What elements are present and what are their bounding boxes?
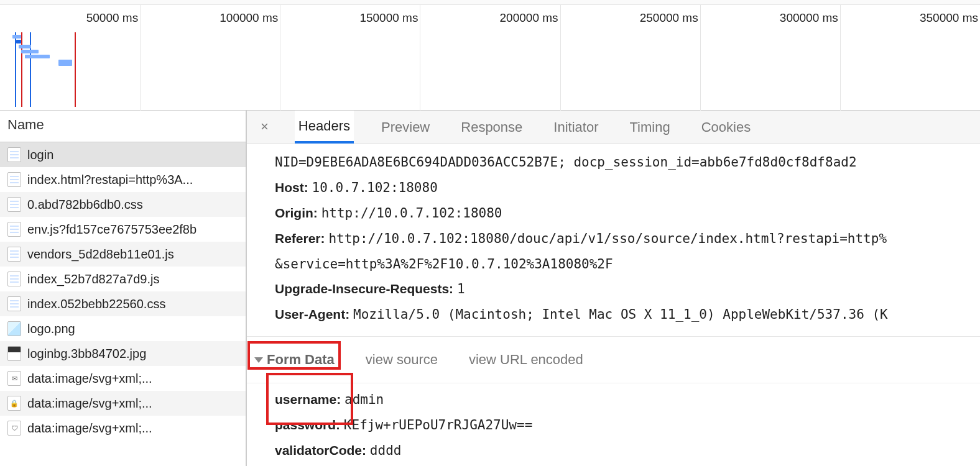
file-icon bbox=[7, 197, 21, 212]
file-icon bbox=[7, 396, 21, 411]
tab-timing[interactable]: Timing bbox=[626, 112, 674, 142]
file-icon bbox=[7, 272, 21, 286]
form-data-row: password: KEfjw+rUEPoU7rRJGA27Uw== bbox=[247, 413, 980, 438]
timeline-tick-label: 50000 ms bbox=[86, 11, 138, 25]
request-row[interactable]: env.js?fd157ce7675753ee2f8b bbox=[0, 217, 246, 242]
tab-cookies[interactable]: Cookies bbox=[698, 112, 754, 142]
timeline-tick-label: 300000 ms bbox=[780, 11, 838, 25]
request-row[interactable]: loginbg.3bb84702.jpg bbox=[0, 341, 246, 366]
file-icon bbox=[7, 346, 21, 361]
form-data-label: Form Data bbox=[267, 347, 335, 373]
header-row: Upgrade-Insecure-Requests: 1 bbox=[247, 276, 980, 302]
file-icon bbox=[7, 172, 21, 187]
request-list-panel: Name loginindex.html?restapi=http%3A...0… bbox=[0, 111, 247, 466]
detail-tabs: × HeadersPreviewResponseInitiatorTimingC… bbox=[247, 111, 980, 144]
file-icon bbox=[7, 421, 21, 436]
request-row[interactable]: data:image/svg+xml;... bbox=[0, 416, 246, 441]
timeline-tick-label: 250000 ms bbox=[640, 11, 698, 25]
request-name: login bbox=[27, 148, 53, 162]
request-row[interactable]: logo.png bbox=[0, 316, 246, 341]
request-row[interactable]: vendors_5d2d8eb11e01.js bbox=[0, 242, 246, 267]
file-icon bbox=[7, 321, 21, 336]
tab-initiator[interactable]: Initiator bbox=[550, 112, 602, 142]
tab-response[interactable]: Response bbox=[457, 112, 526, 142]
request-row[interactable]: index.052bebb22560.css bbox=[0, 291, 246, 316]
request-name: data:image/svg+xml;... bbox=[27, 421, 152, 436]
file-icon bbox=[7, 147, 21, 162]
request-name: 0.abd782bb6db0.css bbox=[27, 198, 143, 212]
header-row: Host: 10.0.7.102:18080 bbox=[247, 175, 980, 201]
header-row: User-Agent: Mozilla/5.0 (Macintosh; Inte… bbox=[247, 302, 980, 327]
header-row: Referer: http://10.0.7.102:18080/douc/ap… bbox=[247, 226, 980, 252]
header-row: Origin: http://10.0.7.102:18080 bbox=[247, 201, 980, 226]
timeline-tick-label: 350000 ms bbox=[920, 11, 978, 25]
file-icon bbox=[7, 222, 21, 237]
file-icon bbox=[7, 247, 21, 262]
file-icon bbox=[7, 296, 21, 311]
request-name: index.html?restapi=http%3A... bbox=[27, 173, 193, 187]
request-row[interactable]: index_52b7d827a7d9.js bbox=[0, 267, 246, 291]
name-column-header[interactable]: Name bbox=[0, 111, 246, 142]
request-name: loginbg.3bb84702.jpg bbox=[27, 347, 146, 361]
timeline-tick-label: 150000 ms bbox=[359, 11, 418, 25]
header-row: &service=http%3A%2F%2F10.0.7.102%3A18080… bbox=[247, 252, 980, 277]
request-name: index.052bebb22560.css bbox=[27, 297, 165, 311]
request-row[interactable]: 0.abd782bb6db0.css bbox=[0, 192, 246, 217]
network-timeline[interactable]: 50000 ms100000 ms150000 ms200000 ms25000… bbox=[0, 5, 980, 111]
chevron-down-icon bbox=[254, 357, 263, 363]
request-row[interactable]: login bbox=[0, 142, 246, 167]
request-name: data:image/svg+xml;... bbox=[27, 396, 152, 411]
request-name: env.js?fd157ce7675753ee2f8b bbox=[27, 222, 196, 237]
view-source-link[interactable]: view source bbox=[366, 347, 438, 373]
tab-headers[interactable]: Headers bbox=[295, 111, 354, 144]
form-data-row: username: admin bbox=[247, 387, 980, 413]
view-url-encoded-link[interactable]: view URL encoded bbox=[469, 347, 583, 373]
form-data-row: validatorCode: dddd bbox=[247, 438, 980, 464]
timeline-tick-label: 100000 ms bbox=[220, 11, 278, 25]
file-icon bbox=[7, 371, 21, 386]
form-data-section[interactable]: Form Data bbox=[254, 347, 335, 373]
close-icon[interactable]: × bbox=[258, 119, 271, 135]
form-data-row: key: 1614821317401 bbox=[247, 464, 980, 466]
request-name: vendors_5d2d8eb11e01.js bbox=[27, 247, 174, 262]
request-row[interactable]: data:image/svg+xml;... bbox=[0, 366, 246, 391]
request-row[interactable]: data:image/svg+xml;... bbox=[0, 391, 246, 416]
request-row[interactable]: index.html?restapi=http%3A... bbox=[0, 167, 246, 192]
request-name: index_52b7d827a7d9.js bbox=[27, 272, 159, 286]
request-name: data:image/svg+xml;... bbox=[27, 372, 152, 386]
request-name: logo.png bbox=[27, 322, 75, 336]
tab-preview[interactable]: Preview bbox=[377, 112, 433, 142]
timeline-tick-label: 200000 ms bbox=[500, 11, 558, 25]
cookie-line: NID=D9EBE6ADA8E6BC694DADD036ACC52B7E; do… bbox=[275, 155, 857, 170]
